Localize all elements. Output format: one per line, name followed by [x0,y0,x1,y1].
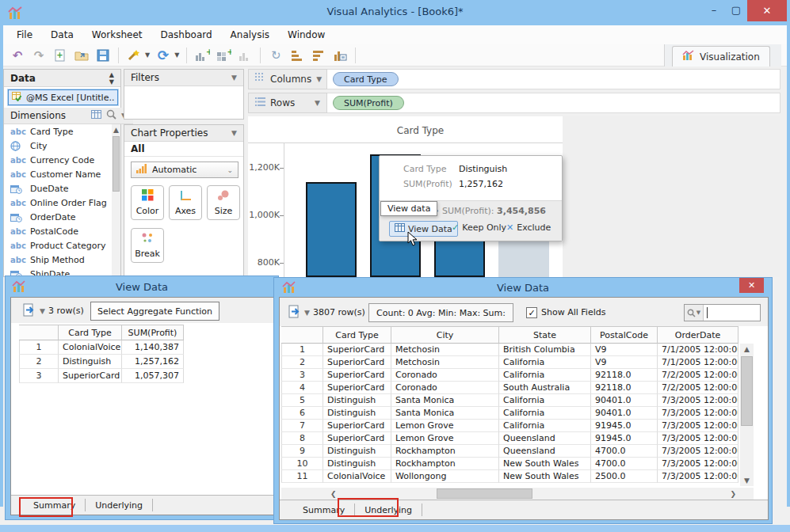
chart-bar-ColonialVoice[interactable] [306,182,357,277]
dimensions-scrollbar[interactable]: ▲ [112,124,120,276]
columns-shelf[interactable] [248,69,780,89]
table-row[interactable]: 1ColonialVoice1,140,387 [19,340,184,355]
dimension-field-currency-code[interactable]: abcCurrency Code [4,153,112,167]
columns-pill[interactable]: Card Type [333,72,399,86]
search-fields-icon[interactable] [106,109,116,122]
column-header[interactable]: State [499,326,591,344]
undo-icon[interactable]: ↶ [10,48,25,63]
sort-ascending-icon[interactable] [289,48,305,63]
rows-shelf[interactable] [248,93,780,113]
scroll-down-icon[interactable]: ▼ [740,475,754,486]
column-header[interactable] [19,325,59,340]
menu-worksheet[interactable]: Worksheet [90,28,145,42]
table-row[interactable]: 5DistinguishSanta MonicaCalifornia90401.… [281,394,738,407]
label-marks-icon[interactable] [332,48,348,63]
scroll-right-icon[interactable]: ❯ [730,488,736,500]
search-box[interactable]: ▼ [684,304,761,321]
connect-data-icon[interactable] [126,48,142,63]
table-row[interactable]: 10DistinguishRockhamptonNew South Wales4… [281,458,738,470]
dimension-field-city[interactable]: City [4,139,112,153]
redo-icon[interactable]: ↷ [31,48,47,63]
table-row[interactable]: 9DistinguishRockhamptonQueensland4700.07… [281,445,738,458]
column-header[interactable]: SUM(Profit) [122,325,184,340]
menu-file[interactable]: File [14,28,35,42]
scroll-left-icon[interactable]: ❮ [330,488,337,500]
export-icon[interactable] [288,305,302,321]
rotate-axes-icon[interactable]: ↻ [268,48,284,63]
axes-button[interactable]: Axes [169,185,202,220]
color-button[interactable]: Color [131,185,164,220]
column-header[interactable] [281,326,323,344]
scroll-up-icon[interactable]: ▲ [740,344,754,355]
new-dashboard-icon[interactable]: + [216,48,231,63]
menu-analysis[interactable]: Analysis [228,28,272,42]
refresh-icon[interactable]: ⟳ [155,48,171,63]
select-aggregate-function-button[interactable]: Select Aggregate Function [90,302,219,321]
export-caret[interactable]: ▼ [40,307,45,315]
table-row[interactable]: 11ColonialVoiceWollongongNew South Wales… [281,470,738,483]
table-row[interactable]: 3SuperiorCardCoronadoCalifornia92118.07/… [281,369,738,382]
visualization-tab[interactable]: Visualization [672,46,770,66]
new-visualization-icon[interactable]: + [194,48,210,63]
scrollbar-thumb[interactable] [113,136,120,192]
underlying-window-close-button[interactable]: ✕ [739,278,764,293]
tooltip-field-label: SUM(Profit) [403,179,459,189]
search-icon[interactable]: ▼ [685,305,704,321]
close-button[interactable]: ✕ [747,0,787,21]
size-button[interactable]: Size [207,185,240,220]
dimension-field-product-category[interactable]: abcProduct Category [4,238,112,253]
show-all-fields-checkbox[interactable]: ✓ [526,307,537,318]
rows-caret[interactable]: ▼ [315,99,320,107]
dimension-field-customer-name[interactable]: abcCustomer Name [4,167,112,181]
menu-data[interactable]: Data [48,28,76,42]
scrollbar-thumb[interactable] [741,356,753,426]
table-row[interactable]: 4SuperiorCardCoronadoSouth Australia9211… [281,382,738,394]
save-icon[interactable] [95,48,111,63]
column-header[interactable]: City [391,326,499,344]
dimension-field-online-order-flag[interactable]: abcOnline Order Flag [4,196,112,210]
column-header[interactable]: PostalCode [591,326,658,344]
export-icon[interactable] [22,303,36,320]
table-view-icon[interactable] [91,110,101,121]
table-row[interactable]: 6DistinguishSanta MonicaCalifornia90401.… [281,407,738,420]
columns-caret[interactable]: ▼ [316,75,322,83]
tab-underlying[interactable]: Underlying [86,498,152,513]
scroll-up-icon[interactable]: ▲ [112,124,120,135]
filters-menu-caret[interactable]: ▼ [231,74,237,82]
dimension-field-duedate[interactable]: DueDate [4,181,112,196]
column-header[interactable]: Card Type [323,326,391,344]
exclude-button[interactable]: ✕ Exclude [506,222,551,233]
maximize-button[interactable]: ▢ [724,2,748,19]
rows-pill[interactable]: SUM(Profit) [333,96,404,110]
column-header[interactable]: Card Type [59,325,122,340]
scrollbar-thumb[interactable] [437,488,532,499]
mark-type-dropdown[interactable]: Automatic ⌄ [131,162,239,178]
minimize-button[interactable]: – [702,2,726,19]
underlying-vscrollbar[interactable]: ▲ ▼ [740,344,754,486]
column-header[interactable]: OrderDate [658,326,738,344]
table-row[interactable]: 3SuperiorCard1,057,307 [19,369,184,383]
sort-descending-icon[interactable] [311,48,326,63]
dimension-field-card-type[interactable]: abcCard Type [4,124,112,139]
chart-properties-menu-caret[interactable]: ▼ [231,129,237,137]
view-data-button[interactable]: View Data [389,221,458,237]
table-row[interactable]: 7SuperiorCardLemon GroveCalifornia91945.… [281,420,738,432]
dimension-field-orderdate[interactable]: OrderDate [4,210,112,224]
break-button[interactable]: Break [131,228,164,263]
open-icon[interactable] [74,48,90,63]
table-row[interactable]: 1SuperiorCardMetchosinBritish ColumbiaV9… [281,344,738,356]
new-workbook-icon[interactable]: + [52,48,68,63]
table-row[interactable]: 8SuperiorCardLemon GroveQueensland91945.… [281,432,738,445]
connect-dropdown-caret[interactable]: ▼ [145,51,150,59]
table-row[interactable]: 2SuperiorCardMetchosinCaliforniaV97/1/20… [281,356,738,369]
menu-window[interactable]: Window [285,28,327,42]
dimension-field-postalcode[interactable]: abcPostalCode [4,224,112,238]
sort-fields-icon[interactable]: ▲▼ [109,71,114,86]
data-connection[interactable]: @MS Excel [Untitle... [8,89,118,105]
table-row[interactable]: 2Distinguish1,257,162 [19,355,184,369]
refresh-dropdown-caret[interactable]: ▼ [174,51,179,59]
keep-only-button[interactable]: ✓ Keep Only [452,222,506,233]
dimension-field-ship-method[interactable]: abcShip Method [4,253,112,267]
export-caret[interactable]: ▼ [304,309,310,317]
menu-dashboard[interactable]: Dashboard [158,28,214,42]
